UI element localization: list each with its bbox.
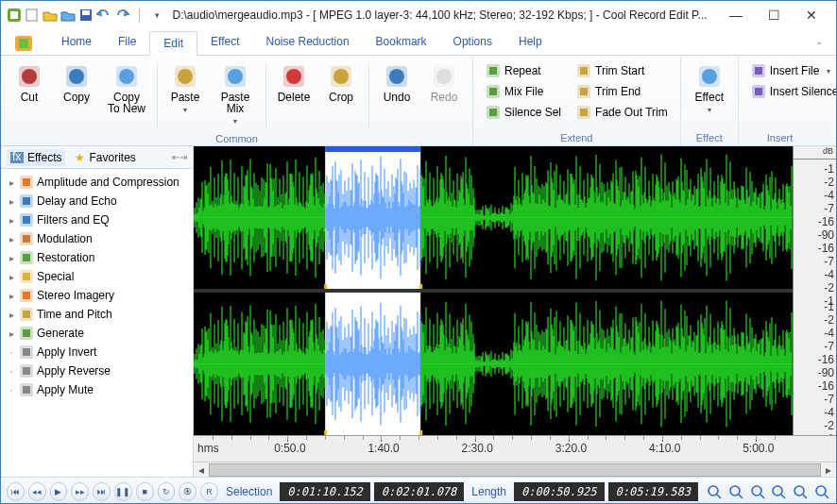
panel-expand-icon[interactable]: ⇤⇥	[172, 152, 187, 162]
leaf-icon: ·	[7, 385, 16, 395]
transport-next-button[interactable]: ▸▸	[71, 482, 89, 501]
transport-play-button[interactable]: ▶	[50, 482, 68, 501]
delay-icon	[19, 193, 34, 209]
menu-home[interactable]: Home	[48, 30, 105, 55]
zoom-out-button[interactable]	[727, 482, 745, 501]
tree-delay[interactable]: ▸Delay and Echo	[3, 192, 191, 210]
crop-button[interactable]: Crop	[318, 59, 364, 107]
expand-icon[interactable]: ▸	[7, 328, 16, 339]
transport-pause-button[interactable]: ❚❚	[114, 482, 132, 501]
delete-button[interactable]: Delete	[271, 59, 316, 107]
save-icon[interactable]	[78, 8, 94, 23]
tree-filters[interactable]: ▸Filters and EQ	[3, 210, 191, 229]
tree-special[interactable]: ▸Special	[3, 267, 191, 286]
open2-icon[interactable]	[60, 8, 76, 23]
tree-apply-invert[interactable]: ·Apply Invert	[3, 343, 191, 361]
tree-modulation[interactable]: ▸Modulation	[3, 229, 191, 248]
tree-apply-reverse[interactable]: ·Apply Reverse	[3, 361, 191, 380]
menu-noise-reduction[interactable]: Noise Reduction	[253, 30, 363, 55]
copy-button[interactable]: Copy	[54, 59, 99, 107]
expand-icon[interactable]: ▸	[7, 177, 16, 188]
menu-effect[interactable]: Effect	[197, 30, 252, 55]
tab-effects[interactable]: fx Effects	[7, 149, 65, 166]
fade-out-trim-button[interactable]: Fade Out Trim	[573, 103, 671, 122]
repeat-button[interactable]: Repeat	[483, 61, 564, 80]
svg-point-38	[702, 69, 717, 84]
zoom-sel-button[interactable]	[748, 482, 766, 501]
transport-skip-start-button[interactable]: ⏮	[7, 482, 25, 501]
transport-loop-button[interactable]: ↻	[158, 482, 176, 501]
paste-mix-button[interactable]: PasteMix▾	[210, 59, 261, 131]
minimize-button[interactable]: —	[717, 3, 755, 27]
tree-stereo[interactable]: ▸Stereo Imagery	[3, 286, 191, 305]
tree-restoration[interactable]: ▸Restoration	[3, 248, 191, 267]
undo-icon[interactable]	[96, 8, 111, 23]
silence-sel-icon	[486, 105, 501, 120]
zoom-v-in-button[interactable]	[792, 482, 810, 501]
menu-options[interactable]: Options	[440, 30, 505, 55]
transport-prev-button[interactable]: ◂◂	[28, 482, 46, 501]
copy-to-new-button[interactable]: CopyTo New	[101, 59, 152, 118]
total-length: 0:05:19.583	[608, 482, 698, 501]
waveform-display[interactable]	[194, 146, 793, 435]
menu-file[interactable]: File	[105, 30, 149, 55]
db-tick: -4	[824, 406, 834, 419]
menu-help[interactable]: Help	[505, 30, 555, 55]
zoom-v-out-button[interactable]	[812, 482, 830, 501]
svg-rect-2	[26, 9, 37, 21]
effect-button[interactable]: Effect▾	[687, 59, 732, 120]
transport-stop-button[interactable]: ■	[136, 482, 154, 501]
app-menu-button[interactable]	[10, 32, 37, 55]
paste-button[interactable]: Paste▾	[162, 59, 208, 120]
tree-generate[interactable]: ▸Generate	[3, 324, 191, 343]
leaf-icon: ·	[7, 347, 16, 358]
transport-record-toggle-button[interactable]: ⦿	[179, 482, 196, 501]
redo-icon[interactable]	[114, 8, 129, 23]
chevron-down-icon: ▾	[708, 105, 711, 116]
cut-button[interactable]: Cut	[7, 59, 52, 107]
expand-icon[interactable]: ▸	[7, 215, 16, 226]
tree-apply-mute[interactable]: ·Apply Mute	[3, 380, 191, 399]
hscrollbar[interactable]: ◂ ▸	[194, 462, 836, 477]
timeline-ruler[interactable]: hms0:50.01:40.02:30.03:20.04:10.05:00.0	[194, 435, 836, 462]
apply-reverse-icon	[19, 363, 34, 378]
tab-favorites[interactable]: ★ Favorites	[71, 149, 139, 166]
paste-label: Paste	[171, 92, 200, 103]
transport-skip-end-button[interactable]: ⏭	[93, 482, 111, 501]
expand-icon[interactable]: ▸	[7, 196, 16, 207]
scroll-right-icon[interactable]: ▸	[821, 463, 836, 477]
new-icon[interactable]	[25, 8, 40, 23]
svg-rect-46	[23, 178, 30, 186]
redo-button[interactable]: Redo	[421, 59, 467, 107]
menu-bookmark[interactable]: Bookmark	[363, 30, 440, 55]
ribbon-collapse-icon[interactable]: ⌃	[811, 37, 827, 55]
insert-file-button[interactable]: Insert File▾	[748, 61, 837, 80]
expand-icon[interactable]: ▸	[7, 234, 16, 244]
open-icon[interactable]	[43, 8, 58, 23]
insert-silence-button[interactable]: Insert Silence▾	[748, 82, 837, 101]
trim-start-button[interactable]: Trim Start	[573, 61, 671, 80]
svg-rect-50	[23, 216, 30, 224]
transport-record-button[interactable]: R	[200, 482, 218, 501]
zoom-in-button[interactable]	[706, 482, 724, 501]
qa-chev-icon[interactable]: ▾	[150, 8, 165, 23]
tree-time-pitch[interactable]: ▸Time and Pitch	[3, 305, 191, 324]
tree-amplitude[interactable]: ▸Amplitude and Compression	[3, 173, 191, 192]
scroll-left-icon[interactable]: ◂	[194, 463, 209, 477]
ruler-mark: 4:10.0	[649, 442, 680, 455]
svg-line-70	[717, 495, 721, 498]
svg-rect-34	[580, 88, 588, 95]
silence-sel-button[interactable]: Silence Sel	[483, 103, 564, 122]
expand-icon[interactable]: ▸	[7, 272, 16, 282]
effect-label: Effect	[695, 92, 724, 103]
trim-end-button[interactable]: Trim End	[573, 82, 671, 101]
mix-file-button[interactable]: Mix File	[483, 82, 564, 101]
expand-icon[interactable]: ▸	[7, 253, 16, 263]
undo-button[interactable]: Undo	[374, 59, 419, 107]
expand-icon[interactable]: ▸	[7, 291, 16, 301]
maximize-button[interactable]: ☐	[755, 3, 793, 27]
expand-icon[interactable]: ▸	[7, 310, 16, 320]
zoom-fit-button[interactable]	[770, 482, 788, 501]
close-button[interactable]: ✕	[793, 3, 830, 27]
menu-edit[interactable]: Edit	[149, 31, 197, 56]
